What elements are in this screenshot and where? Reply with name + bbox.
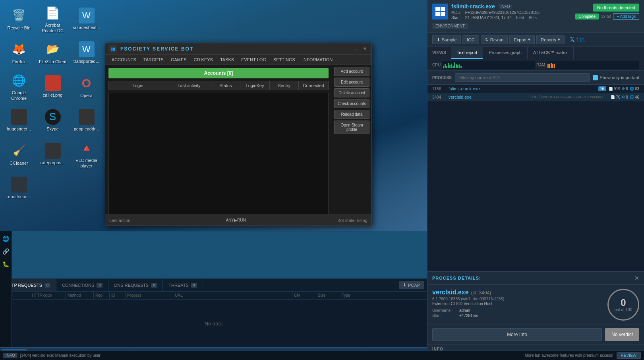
close-button[interactable]: ✕	[361, 45, 368, 53]
more-info-button[interactable]: More Info	[432, 328, 602, 341]
menu-cdkeys[interactable]: CD KEYS	[191, 56, 216, 63]
open-steam-profile-button[interactable]: Open Steam profile	[334, 121, 369, 134]
tab-attck-matrix[interactable]: ATT&CK™ matrix	[528, 47, 574, 59]
windows-logo-icon	[432, 4, 448, 19]
bot-state-text: Bot state: Idling	[337, 218, 367, 223]
callet-icon	[45, 75, 61, 91]
process-label: PROCESS	[432, 76, 452, 80]
pd-close-button[interactable]: ✕	[634, 275, 639, 281]
icon-acrobat[interactable]: 📄 Acrobat Reader DC	[36, 2, 70, 36]
tab-threats[interactable]: THREATS 0	[163, 279, 203, 291]
linkedin-icon[interactable]: in	[580, 36, 584, 43]
sourcesheet-label: sourcesheal...	[73, 25, 100, 30]
reports-label: reportsoun...	[7, 194, 31, 199]
sourcesheet-icon: W	[79, 8, 95, 23]
side-nav-link-icon[interactable]: 🔗	[1, 247, 11, 256]
fsociety-window: 👥 FSOCIETY SERVICE BOT ─ ✕ ACCOUNTS TARG…	[105, 43, 372, 226]
md5-label: MD5:	[451, 10, 462, 15]
reload-data-button[interactable]: Reload data	[334, 110, 369, 119]
side-nav-bug-icon[interactable]: 🐛	[1, 259, 11, 269]
ioc-button[interactable]: IOC	[462, 35, 479, 44]
process-name-row: fslimit-crack.exe INFO MD5: FF12BFA398E4…	[432, 3, 639, 20]
icon-sourcesheet[interactable]: W sourcesheal...	[70, 2, 103, 36]
add-account-button[interactable]: Add account	[334, 67, 369, 76]
ccleaner-label: CCleaner	[10, 161, 28, 166]
tab-dns-requests[interactable]: DNS REQUESTS 0	[108, 279, 163, 291]
accounts-table-header: Login Last activity Status LoginKey Sent…	[108, 81, 329, 90]
process-md5-meta: MD5: FF12BFA398E495231D61257C3D578185	[451, 10, 572, 15]
icon-vlc[interactable]: 🔺 VLC media player	[70, 137, 103, 171]
menu-information[interactable]: INFORMATION	[299, 56, 336, 63]
menu-eventlog[interactable]: EVENT LOG	[238, 56, 269, 63]
net-col-method: Method	[66, 292, 94, 299]
process-row[interactable]: 1156 fslimit-crack.exe PE 📄 919 ⚙ 8 🌐 63	[427, 85, 644, 93]
tab-connections[interactable]: CONNECTIONS 0	[56, 279, 108, 291]
complete-badge: Complete	[575, 14, 599, 19]
icon-filezilla[interactable]: 📂 FileZilla Client	[36, 36, 70, 70]
icon-recycle-bin[interactable]: 🗑️ Recycle Bin	[2, 2, 36, 36]
net-icon: 🌐	[630, 87, 634, 91]
menu-tasks[interactable]: TASKS	[217, 56, 237, 63]
icon-ccleaner[interactable]: 🧹 CCleaner	[2, 137, 36, 171]
side-nav-globe-icon[interactable]: 🌐	[1, 234, 11, 243]
delete-account-button[interactable]: Delete account	[334, 88, 369, 97]
tab-text-report[interactable]: Text report	[451, 47, 483, 59]
icon-huge[interactable]: hugestreet...	[2, 103, 36, 137]
process-search-input[interactable]	[455, 73, 590, 82]
reports-button[interactable]: Reports ▾	[536, 35, 565, 44]
acrobat-label: Acrobat Reader DC	[38, 23, 68, 33]
show-important-checkbox[interactable]	[593, 75, 598, 80]
bottom-info-badge: INFO	[3, 353, 17, 358]
menu-games[interactable]: GAMES	[168, 56, 190, 63]
last-action-text: Last action: -	[109, 218, 134, 223]
desktop-icons-grid: 🗑️ Recycle Bin 📄 Acrobat Reader DC W sou…	[0, 0, 105, 231]
icon-opera[interactable]: O Opera	[70, 70, 103, 103]
proc-stats-1156: 📄 919 ⚙ 8 🌐 63	[609, 87, 639, 91]
net-col-id: ID	[110, 292, 126, 299]
menu-settings[interactable]: SETTINGS	[270, 56, 298, 63]
transportd-label: transported...	[73, 59, 99, 64]
pd-username-label: Username:	[432, 308, 456, 313]
add-tags-button[interactable]: + Add tags	[613, 13, 639, 20]
download-pcap-icon: ⬇	[403, 282, 406, 288]
rerun-button[interactable]: ↻ Re-run	[481, 35, 508, 44]
icon-rate[interactable]: ratepurpos...	[36, 137, 70, 171]
icon-reports[interactable]: reportsoun...	[2, 171, 36, 205]
no-verdict-button[interactable]: No verdict	[605, 328, 639, 341]
menu-accounts[interactable]: ACCOUNTS	[108, 56, 139, 63]
icon-callet[interactable]: caillet.png	[36, 70, 70, 103]
net-col-type: Type	[340, 292, 372, 299]
edit-account-button[interactable]: Edit account	[334, 78, 369, 87]
verdict-of-text: out of 100	[615, 307, 632, 312]
facebook-icon[interactable]: f	[576, 36, 578, 43]
menu-targets[interactable]: TARGETS	[140, 56, 167, 63]
pcap-button[interactable]: ⬇ PCAP	[399, 281, 424, 289]
accounts-table-body	[108, 93, 329, 222]
icon-chrome[interactable]: 🌐 Google Chrome	[2, 70, 36, 103]
twitter-icon[interactable]: 𝕏	[570, 36, 575, 43]
pd-version-text: 6.1.7600.16385 (win7_rtm.090713-1255)	[432, 297, 607, 301]
review-button[interactable]: REVIEW	[617, 352, 641, 359]
process-details-panel: PROCESS DETAILS: ✕ verclsid.exe (id: 340…	[427, 271, 644, 360]
process-list: 1156 fslimit-crack.exe PE 📄 919 ⚙ 8 🌐 63	[427, 85, 644, 271]
icon-firefox[interactable]: 🦊 Firefox	[2, 36, 36, 70]
export-button[interactable]: Export ▾	[509, 35, 535, 44]
check-accounts-button[interactable]: Check accounts	[334, 99, 369, 108]
filezilla-icon: 📂	[44, 41, 61, 58]
minimize-button[interactable]: ─	[352, 45, 360, 53]
process-row-selected[interactable]: 3404 verclsid.exe /S /C {0B2C9183-C9FA-4…	[427, 93, 644, 101]
network-panel: HTTP REQUESTS 0 CONNECTIONS 0 DNS REQUES…	[0, 278, 427, 347]
pd-start-value: +47281ms	[459, 313, 478, 318]
proc-reg-stat: ⚙ 8	[622, 87, 628, 91]
tab-processes-graph[interactable]: Processes graph	[483, 47, 528, 59]
sample-button[interactable]: ⬇ Sample	[432, 35, 461, 44]
pd-body: verclsid.exe (id: 3404) 6.1.7600.16385 (…	[427, 285, 644, 325]
app-title-area: 👥 FSOCIETY SERVICE BOT	[108, 45, 193, 53]
icon-skype[interactable]: S Skype	[36, 103, 70, 137]
pd-start-row: Start: +47281ms	[432, 313, 607, 318]
proc-files-stat-2: 📄 76	[611, 95, 620, 99]
icon-people[interactable]: peopleaddr...	[70, 103, 103, 137]
pd-title-text: PROCESS DETAILS:	[432, 276, 481, 280]
icon-transportd[interactable]: W transported...	[70, 36, 103, 70]
app-window-controls: ─ ✕	[352, 45, 368, 53]
